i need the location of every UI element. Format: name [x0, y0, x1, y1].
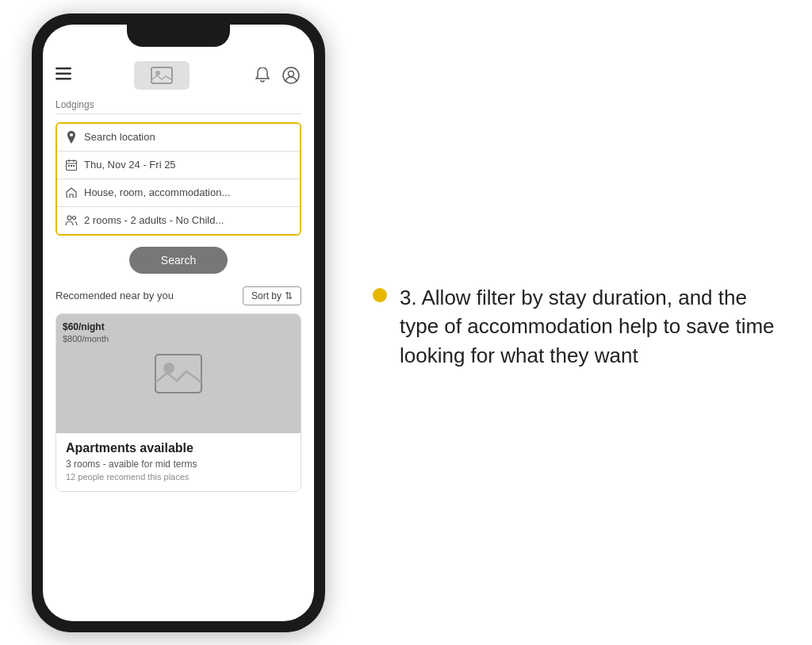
price-night: $60/night [63, 321, 109, 334]
location-text: Search location [84, 131, 155, 143]
calendar-icon [65, 159, 78, 171]
svg-rect-0 [56, 67, 71, 70]
annotation-area: 3. Allow filter by stay duration, and th… [325, 259, 812, 386]
house-icon [65, 186, 78, 199]
svg-rect-1 [56, 73, 71, 75]
section-header: Recomended near by you Sort by ⇅ [56, 286, 301, 305]
phone-notch [127, 25, 230, 47]
section-title: Recomended near by you [56, 290, 174, 301]
sort-label: Sort by [251, 290, 282, 301]
svg-rect-9 [71, 165, 72, 167]
header-icons [252, 65, 301, 86]
sort-button[interactable]: Sort by ⇅ [243, 286, 301, 305]
header-logo [134, 61, 190, 90]
search-form: Search location [56, 122, 301, 236]
screen-content: Lodgings Search location [43, 47, 314, 621]
svg-rect-3 [151, 67, 172, 83]
card-info: Apartments available 3 rooms - avaible f… [56, 433, 301, 491]
price-month: $800/month [63, 333, 109, 345]
people-icon [65, 214, 78, 227]
card-meta: 12 people recomend this places [66, 472, 291, 482]
svg-point-14 [163, 363, 174, 374]
phone-frame: Lodgings Search location [32, 13, 325, 632]
svg-rect-10 [73, 165, 75, 167]
breadcrumb: Lodgings [56, 99, 301, 114]
hamburger-icon[interactable] [56, 66, 71, 84]
search-button-wrap: Search [56, 247, 301, 274]
phone-screen: Lodgings Search location [43, 25, 314, 621]
search-button[interactable]: Search [129, 247, 228, 274]
svg-rect-8 [68, 165, 70, 167]
svg-point-6 [289, 71, 294, 76]
svg-point-11 [67, 216, 71, 220]
annotation-block: 3. Allow filter by stay duration, and th… [373, 283, 780, 370]
rooms-text: 2 rooms - 2 adults - No Child... [84, 214, 224, 226]
svg-point-4 [155, 71, 160, 75]
svg-rect-13 [155, 355, 201, 393]
accommodation-text: House, room, accommodation... [84, 186, 230, 198]
annotation-text: 3. Allow filter by stay duration, and th… [400, 283, 780, 370]
bullet-dot [373, 288, 387, 302]
search-accommodation-row[interactable]: House, room, accommodation... [57, 179, 300, 207]
annotation-number: 3. [400, 286, 417, 309]
annotation-body: Allow filter by stay duration, and the t… [400, 286, 775, 367]
phone-mockup: Lodgings Search location [32, 13, 325, 632]
app-header [56, 55, 301, 99]
location-icon [65, 131, 78, 144]
price-badge: $60/night $800/month [63, 321, 109, 346]
card-subtitle: 3 rooms - avaible for mid terms [66, 459, 291, 470]
heart-icon[interactable]: ♡ [282, 321, 294, 338]
svg-rect-2 [56, 78, 71, 80]
search-rooms-row[interactable]: 2 rooms - 2 adults - No Child... [57, 207, 300, 234]
search-location-row[interactable]: Search location [57, 124, 300, 152]
listing-card[interactable]: $60/night $800/month ♡ Apartments availa… [56, 313, 301, 492]
user-icon[interactable] [281, 65, 301, 86]
date-text: Thu, Nov 24 - Fri 25 [84, 159, 176, 171]
card-title: Apartments available [66, 441, 291, 455]
bell-icon[interactable] [252, 65, 273, 86]
sort-chevron-icon: ⇅ [285, 290, 293, 301]
search-date-row[interactable]: Thu, Nov 24 - Fri 25 [57, 152, 300, 179]
svg-point-12 [73, 217, 76, 220]
